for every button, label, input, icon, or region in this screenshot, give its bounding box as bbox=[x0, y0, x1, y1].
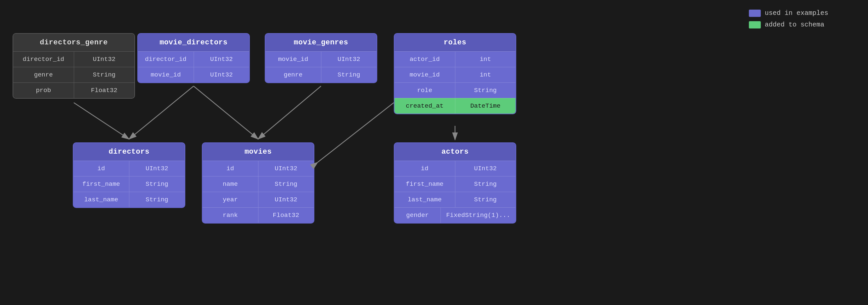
table-title-movies: movies bbox=[203, 143, 314, 161]
cell: last_name bbox=[73, 192, 129, 207]
table-row: movie_id UInt32 bbox=[266, 51, 377, 67]
cell: int bbox=[455, 67, 516, 82]
legend-label-blue: used in examples bbox=[765, 9, 828, 17]
table-row: last_name String bbox=[73, 192, 185, 207]
table-row-green: created_at DateTime bbox=[395, 98, 516, 114]
table-row: director_id UInt32 bbox=[138, 51, 249, 67]
table-row: genre String bbox=[13, 67, 134, 82]
table-roles: roles actor_id int movie_id int role Str… bbox=[394, 33, 516, 114]
cell: id bbox=[395, 161, 455, 176]
cell: UInt32 bbox=[258, 192, 314, 207]
table-title-movie-genres: movie_genres bbox=[266, 34, 377, 51]
cell: rank bbox=[203, 207, 258, 223]
table-row: id UInt32 bbox=[73, 161, 185, 176]
cell: genre bbox=[266, 67, 321, 82]
cell: year bbox=[203, 192, 258, 207]
table-row: id UInt32 bbox=[395, 161, 516, 176]
arrow-md-directors bbox=[129, 86, 194, 139]
arrow-md-movies bbox=[194, 86, 258, 139]
table-row: role String bbox=[395, 82, 516, 98]
table-title-directors: directors bbox=[73, 143, 185, 161]
table-title-directors-genre: directors_genre bbox=[13, 34, 134, 51]
cell: UInt32 bbox=[129, 161, 185, 176]
cell: actor_id bbox=[395, 52, 455, 67]
table-row: first_name String bbox=[73, 176, 185, 192]
cell: Float32 bbox=[258, 207, 314, 223]
table-movies: movies id UInt32 name String year UInt32… bbox=[202, 142, 314, 224]
arrow-roles-movies bbox=[318, 103, 394, 162]
cell: director_id bbox=[13, 52, 74, 67]
legend: used in examples added to schema bbox=[749, 9, 828, 28]
cell: UInt32 bbox=[74, 52, 135, 67]
table-row: name String bbox=[203, 176, 314, 192]
cell: String bbox=[321, 67, 377, 82]
table-row: actor_id int bbox=[395, 51, 516, 67]
cell: String bbox=[455, 192, 516, 207]
cell: first_name bbox=[395, 176, 455, 192]
cell: first_name bbox=[73, 176, 129, 192]
legend-item-blue: used in examples bbox=[749, 9, 828, 17]
cell: UInt32 bbox=[194, 52, 249, 67]
cell: UInt32 bbox=[258, 161, 314, 176]
table-row: genre String bbox=[266, 67, 377, 82]
cell: last_name bbox=[395, 192, 455, 207]
cell: String bbox=[455, 83, 516, 98]
table-row: rank Float32 bbox=[203, 207, 314, 223]
cell: movie_id bbox=[395, 67, 455, 82]
cell: DateTime bbox=[455, 99, 516, 114]
cell: prob bbox=[13, 83, 74, 98]
legend-item-green: added to schema bbox=[749, 21, 828, 28]
cell: movie_id bbox=[138, 67, 194, 82]
cell: gender bbox=[395, 207, 441, 223]
cell: UInt32 bbox=[321, 52, 377, 67]
cell: UInt32 bbox=[455, 161, 516, 176]
table-directors: directors id UInt32 first_name String la… bbox=[73, 142, 185, 208]
cell: String bbox=[455, 176, 516, 192]
cell: UInt32 bbox=[194, 67, 249, 82]
cell: id bbox=[203, 161, 258, 176]
canvas: used in examples added to schema directo… bbox=[0, 0, 868, 305]
table-row: first_name String bbox=[395, 176, 516, 192]
table-row: last_name String bbox=[395, 192, 516, 207]
cell: FixedString(1)... bbox=[441, 207, 516, 223]
legend-label-green: added to schema bbox=[765, 21, 824, 28]
arrow-mg-movies bbox=[258, 86, 321, 139]
table-row: movie_id UInt32 bbox=[138, 67, 249, 82]
cell: genre bbox=[13, 67, 74, 82]
table-directors-genre: directors_genre director_id UInt32 genre… bbox=[12, 33, 135, 99]
table-row: gender FixedString(1)... bbox=[395, 207, 516, 223]
table-row: id UInt32 bbox=[203, 161, 314, 176]
table-row: movie_id int bbox=[395, 67, 516, 82]
table-title-movie-directors: movie_directors bbox=[138, 34, 249, 51]
cell: movie_id bbox=[266, 52, 321, 67]
cell: String bbox=[74, 67, 135, 82]
legend-box-blue bbox=[749, 9, 761, 17]
cell: String bbox=[129, 192, 185, 207]
table-movie-genres: movie_genres movie_id UInt32 genre Strin… bbox=[265, 33, 377, 83]
cell: role bbox=[395, 83, 455, 98]
table-title-roles: roles bbox=[395, 34, 516, 51]
cell: id bbox=[73, 161, 129, 176]
table-movie-directors: movie_directors director_id UInt32 movie… bbox=[137, 33, 250, 83]
table-row: year UInt32 bbox=[203, 192, 314, 207]
cell: director_id bbox=[138, 52, 194, 67]
table-row: director_id UInt32 bbox=[13, 51, 134, 67]
arrow-dg-directors bbox=[74, 103, 129, 139]
cell: String bbox=[129, 176, 185, 192]
table-title-actors: actors bbox=[395, 143, 516, 161]
cell: name bbox=[203, 176, 258, 192]
cell: created_at bbox=[395, 99, 455, 114]
cell: String bbox=[258, 176, 314, 192]
cell: Float32 bbox=[74, 83, 135, 98]
legend-box-green bbox=[749, 21, 761, 28]
table-actors: actors id UInt32 first_name String last_… bbox=[394, 142, 516, 224]
cell: int bbox=[455, 52, 516, 67]
table-row: prob Float32 bbox=[13, 82, 134, 98]
